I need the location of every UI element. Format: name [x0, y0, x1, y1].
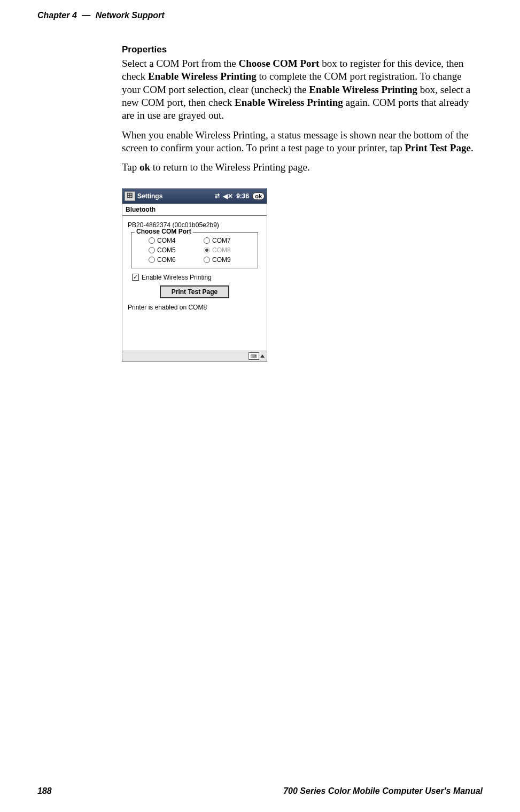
com-port-fieldset: Choose COM Port COM4COM7COM5COM8COM6COM9 — [131, 232, 258, 268]
radio-icon — [149, 237, 155, 244]
screenshot-subheader: Bluetooth — [122, 204, 267, 216]
radio-label: COM5 — [157, 246, 176, 254]
p3-text: Tap — [122, 161, 139, 173]
paragraph-1: Select a COM Port from the Choose COM Po… — [122, 57, 483, 122]
page-header: Chapter 4 — Network Support — [0, 0, 520, 26]
connectivity-icon[interactable]: ⇄ — [215, 192, 220, 199]
keyboard-icon[interactable]: ⌨ — [249, 352, 259, 360]
p1-bold-4: Enable Wireless Printing — [235, 97, 343, 108]
com-port-radio[interactable]: COM9 — [204, 256, 253, 264]
radio-label: COM9 — [212, 256, 231, 264]
ok-button[interactable]: ok — [252, 192, 265, 200]
p1-bold-1: Choose COM Port — [238, 58, 319, 69]
titlebar-time: 9:36 — [236, 192, 249, 200]
start-icon[interactable] — [125, 191, 135, 201]
p1-text: Select a COM Port from the — [122, 58, 238, 69]
content-area: Properties Select a COM Port from the Ch… — [0, 26, 520, 362]
screenshot-footer: ⌨ — [122, 351, 267, 361]
section-title: Properties — [122, 44, 483, 55]
radio-label: COM7 — [212, 237, 231, 244]
device-screenshot: Settings ⇄ ◀✕ 9:36 ok Bluetooth PB20-486… — [122, 188, 267, 362]
paragraph-2: When you enable Wireless Printing, a sta… — [122, 129, 483, 155]
status-text: Printer is enabled on COM8 — [127, 304, 262, 311]
com-port-radio[interactable]: COM6 — [149, 256, 198, 264]
radio-label: COM8 — [212, 246, 231, 254]
p2-text: . — [471, 142, 474, 153]
print-test-page-button[interactable]: Print Test Page — [160, 285, 229, 298]
screenshot-body: PB20-4862374 (00c01b05e2b9) Choose COM P… — [122, 216, 267, 351]
paragraph-3: Tap ok to return to the Wireless Printin… — [122, 161, 483, 174]
titlebar-right: ⇄ ◀✕ 9:36 ok — [215, 192, 265, 200]
header-title: Network Support — [96, 11, 165, 20]
p3-text: to return to the Wireless Printing page. — [150, 161, 310, 173]
p1-bold-3: Enable Wireless Printing — [309, 84, 417, 95]
screenshot-titlebar: Settings ⇄ ◀✕ 9:36 ok — [122, 189, 267, 204]
header-separator: — — [82, 11, 90, 20]
titlebar-left: Settings — [125, 191, 162, 201]
radio-label: COM6 — [157, 256, 176, 264]
com-port-radio[interactable]: COM4 — [149, 237, 198, 244]
com-port-radio[interactable]: COM7 — [204, 237, 253, 244]
com-port-grid: COM4COM7COM5COM8COM6COM9 — [136, 236, 253, 264]
radio-icon — [149, 247, 155, 253]
manual-title: 700 Series Color Mobile Computer User's … — [283, 786, 483, 796]
radio-label: COM4 — [157, 237, 176, 244]
volume-icon[interactable]: ◀✕ — [223, 192, 233, 200]
fieldset-legend: Choose COM Port — [135, 228, 193, 235]
radio-icon — [204, 247, 210, 253]
page-footer: 188 700 Series Color Mobile Computer Use… — [0, 786, 520, 796]
arrow-up-icon[interactable] — [260, 354, 265, 358]
p2-bold-1: Print Test Page — [405, 142, 471, 153]
radio-icon — [204, 237, 210, 244]
titlebar-title: Settings — [137, 192, 162, 200]
chapter-number: Chapter 4 — [37, 11, 77, 20]
checkbox-icon[interactable]: ✓ — [132, 274, 139, 281]
radio-icon — [149, 257, 155, 263]
checkbox-label: Enable Wireless Printing — [142, 274, 212, 281]
page-number: 188 — [37, 786, 52, 796]
p1-bold-2: Enable Wireless Printing — [148, 71, 257, 82]
enable-wireless-checkbox-row[interactable]: ✓ Enable Wireless Printing — [132, 274, 262, 281]
com-port-radio[interactable]: COM5 — [149, 246, 198, 254]
com-port-radio: COM8 — [204, 246, 253, 254]
p3-bold-1: ok — [139, 161, 150, 173]
radio-icon — [204, 257, 210, 263]
